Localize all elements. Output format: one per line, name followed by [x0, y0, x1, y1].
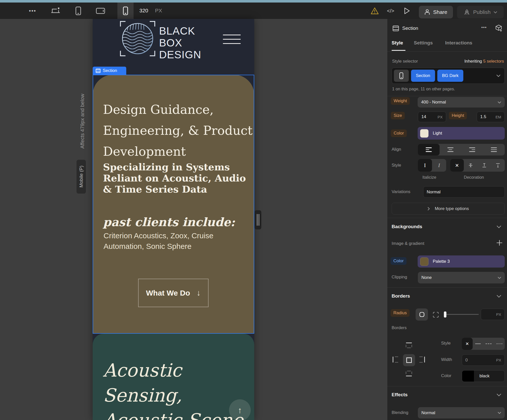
mobile-canvas[interactable]: BLACK BOX DESIGN Design Guidance, Engine…: [93, 19, 254, 420]
publish-label: Publish: [473, 9, 491, 15]
tab-interactions[interactable]: Interactions: [445, 40, 472, 46]
text-align-control[interactable]: [418, 144, 505, 155]
border-width-value: 0: [465, 358, 468, 363]
breakpoint-chip[interactable]: [394, 70, 409, 82]
style-selector-field[interactable]: Section BG Dark: [392, 68, 505, 84]
tablet-portrait-icon[interactable]: [73, 6, 84, 16]
border-style-dotted-option[interactable]: [494, 338, 505, 350]
collapse-effects-icon[interactable]: [497, 393, 501, 396]
blending-dropdown[interactable]: Normal: [418, 407, 505, 418]
decoration-none-option[interactable]: ✕: [450, 159, 464, 172]
decoration-control[interactable]: ✕: [450, 159, 505, 172]
line-height-input[interactable]: 1.5 EM: [477, 112, 505, 122]
hamburger-menu-icon[interactable]: [223, 35, 241, 46]
font-color-field[interactable]: Light: [418, 127, 505, 140]
align-label: Align: [392, 147, 401, 152]
person-icon: [424, 9, 430, 15]
size-input[interactable]: 14 PX: [418, 112, 446, 122]
effects-title: Effects: [392, 392, 408, 398]
style-italic-option[interactable]: I: [432, 159, 446, 172]
hero-subheading: Specializing in Systems Reliant on Acous…: [103, 162, 246, 195]
site-header: BLACK BOX DESIGN: [93, 19, 254, 75]
style-selector-label: Style selector: [392, 59, 418, 64]
what-we-do-button[interactable]: What We Do ↓: [138, 279, 209, 307]
border-style-dashed-option[interactable]: [483, 338, 494, 350]
align-right-option[interactable]: [461, 144, 483, 155]
collapse-borders-icon[interactable]: [497, 295, 501, 298]
section-icon: [96, 69, 100, 73]
border-style-solid-option[interactable]: [473, 338, 484, 350]
weight-dropdown[interactable]: 400 - Normal: [418, 97, 505, 108]
section-icon: [393, 25, 399, 31]
viewport-resize-handle[interactable]: [255, 210, 261, 229]
app-window: ••• 320 PX: [0, 0, 507, 420]
chevron-down-icon: [494, 11, 497, 13]
decoration-overline-option[interactable]: [491, 159, 505, 172]
align-center-option[interactable]: [440, 144, 461, 155]
border-bottom-side-icon[interactable]: [405, 371, 412, 377]
clipping-dropdown[interactable]: None: [418, 272, 505, 283]
align-justify-option[interactable]: [483, 144, 505, 155]
handle-grip: [257, 214, 258, 226]
radius-slider-handle[interactable]: [444, 311, 446, 318]
what-we-do-label: What We Do: [146, 289, 190, 297]
add-breakpoint-icon[interactable]: [49, 6, 63, 16]
radius-individual-corners-button[interactable]: [432, 311, 440, 319]
borders-sides-label: Borders: [392, 325, 407, 330]
italicize-control[interactable]: I I: [418, 159, 446, 172]
selector-chip-bg-dark[interactable]: BG Dark: [437, 70, 463, 82]
border-color-field[interactable]: black: [462, 370, 505, 382]
handle-grip: [259, 214, 259, 226]
radius-all-corners-button-active[interactable]: [416, 308, 428, 321]
chevron-down-icon[interactable]: [496, 74, 500, 77]
warning-icon[interactable]: [369, 6, 380, 16]
tab-style[interactable]: Style: [392, 40, 403, 46]
border-style-control[interactable]: ✕: [462, 338, 505, 350]
size-value: 14: [421, 114, 426, 119]
border-width-label: Width: [441, 357, 452, 362]
style-normal-option[interactable]: I: [418, 159, 432, 172]
variations-input[interactable]: Normal: [423, 186, 505, 198]
code-view-icon[interactable]: </>: [385, 6, 396, 16]
create-component-icon[interactable]: [495, 24, 503, 32]
decoration-underline-option[interactable]: [477, 159, 491, 172]
publish-button[interactable]: Publish: [457, 6, 504, 18]
preview-play-icon[interactable]: [402, 6, 412, 16]
align-left-option[interactable]: [418, 144, 440, 155]
radius-input[interactable]: PX: [481, 309, 505, 320]
more-menu-icon[interactable]: •••: [27, 3, 38, 19]
viewport-width-unit: PX: [155, 8, 162, 14]
weight-value: 400 - Normal: [421, 100, 446, 105]
share-label: Share: [433, 9, 447, 15]
collapse-backgrounds-icon[interactable]: [497, 225, 501, 228]
variations-label: Variations: [392, 189, 410, 194]
phone-portrait-breakpoint-button-active[interactable]: [117, 3, 134, 19]
border-top-side-icon[interactable]: [405, 342, 412, 348]
arrow-up-icon: ↑: [238, 405, 242, 415]
border-right-side-icon[interactable]: [418, 356, 425, 363]
border-width-unit: PX: [496, 358, 501, 362]
bg-color-label: Color: [391, 257, 407, 265]
more-type-options-button[interactable]: More type options: [392, 203, 505, 215]
border-style-none-option[interactable]: ✕: [462, 338, 473, 350]
inheriting-info[interactable]: Inheriting 5 selectors: [464, 59, 504, 64]
selector-chip-section[interactable]: Section: [411, 70, 435, 82]
tab-settings[interactable]: Settings: [414, 40, 433, 46]
line-height-unit: EM: [496, 115, 501, 119]
hero-heading: Design Guidance, Engineering, & Product …: [103, 99, 252, 162]
share-button[interactable]: Share: [419, 6, 453, 18]
border-width-input[interactable]: 0 PX: [462, 354, 505, 366]
selection-badge[interactable]: Section: [93, 67, 126, 75]
selection-badge-label: Section: [103, 68, 117, 73]
viewport-width-value[interactable]: 320: [139, 8, 148, 14]
decoration-strikethrough-option[interactable]: [464, 159, 477, 172]
add-background-icon[interactable]: [496, 240, 503, 246]
bg-color-field[interactable]: Palette 3: [418, 255, 505, 268]
radius-slider-track[interactable]: [444, 314, 479, 315]
border-left-side-icon[interactable]: [392, 356, 399, 363]
italicize-caption: Italicize: [422, 175, 436, 180]
phone-landscape-icon[interactable]: [94, 6, 107, 16]
panel-more-icon[interactable]: •••: [481, 25, 487, 30]
scroll-to-top-button[interactable]: ↑: [229, 399, 251, 420]
border-all-sides-button-active[interactable]: [403, 354, 415, 366]
